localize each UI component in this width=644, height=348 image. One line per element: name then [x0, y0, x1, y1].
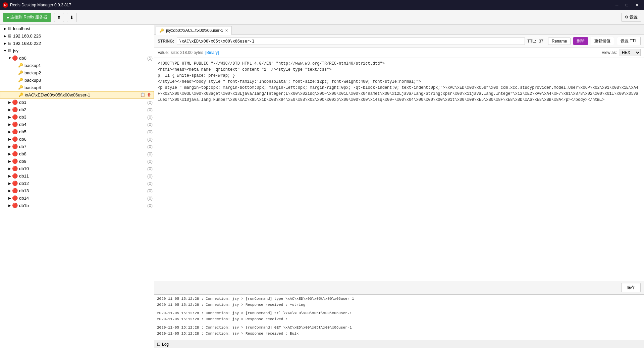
db-icon: 🔴 — [12, 173, 18, 179]
db-icon: 🔴 — [12, 99, 18, 105]
save-button[interactable]: 保存 — [621, 283, 641, 292]
import-button[interactable]: ⬆ — [54, 13, 64, 22]
key-label: backup4 — [24, 85, 153, 90]
db-icon: 🔴 — [12, 195, 18, 201]
sidebar-item-db8[interactable]: ▶🔴db8(0) — [0, 150, 154, 157]
sidebar-item-db15[interactable]: ▶🔴db15(0) — [0, 202, 154, 209]
collapse-arrow: ▶ — [3, 42, 7, 45]
key-icon: 🔑 — [18, 63, 23, 68]
view-as-label: View as: — [602, 50, 617, 55]
close-button[interactable]: ✕ — [633, 2, 641, 8]
key-label: \xAC\xED\x00\x05t\x00\x06user-1 — [25, 92, 140, 97]
set-ttl-button[interactable]: 设置 TTL — [617, 37, 641, 45]
sidebar-item-db2[interactable]: ▶🔴db2(0) — [0, 106, 154, 113]
expand-arrow: ▼ — [3, 49, 7, 53]
sidebar-item-db5[interactable]: ▶🔴db5(0) — [0, 128, 154, 135]
db-icon: 🔴 — [12, 158, 18, 164]
value-label: Value: — [158, 50, 169, 55]
connect-icon: ● — [7, 15, 9, 20]
db-label: db0 — [19, 56, 146, 61]
collapse-arrow: ▶ — [3, 34, 7, 38]
sidebar-item-db0[interactable]: ▼ 🔴 db0 (5) — [0, 54, 154, 62]
key-header: STRING: TTL: 37 Rename 删除 重载键值 设置 TTL — [154, 35, 644, 48]
sidebar-item-192-168-0-226[interactable]: ▶ 🖥 192.168.0.226 — [0, 32, 154, 40]
sidebar-item-db13[interactable]: ▶🔴db13(0) — [0, 187, 154, 194]
reload-button[interactable]: 重载键值 — [591, 37, 614, 45]
connect-redis-button[interactable]: ● 连接到 Redis 服务器 — [3, 13, 51, 22]
maximize-button[interactable]: □ — [623, 2, 631, 8]
server-label: jsy — [13, 48, 153, 53]
db-icon: 🔴 — [12, 166, 18, 171]
binary-badge: [Binary] — [205, 50, 219, 55]
sidebar-item-jsy[interactable]: ▼ 🖥 jsy — [0, 47, 154, 54]
ttl-value: 37 — [539, 39, 543, 44]
key-icon: 🔑 — [18, 85, 23, 90]
sidebar: ▶ 🖥 localhost ▶ 🖥 192.168.0.226 ▶ 🖥 192.… — [0, 25, 154, 348]
sidebar-item-db7[interactable]: ▶🔴db7(0) — [0, 143, 154, 150]
window-controls: ─ □ ✕ — [612, 2, 641, 8]
log-tab-bar: ☐ Log — [154, 340, 644, 348]
sidebar-item-db10[interactable]: ▶🔴db10(0) — [0, 165, 154, 172]
value-editor[interactable]: <!DOCTYPE HTML PUBLIC "-//W3C//DTD HTML … — [154, 58, 644, 281]
sidebar-item-db3[interactable]: ▶🔴db3(0) — [0, 113, 154, 121]
sidebar-item-db9[interactable]: ▶🔴db9(0) — [0, 157, 154, 165]
db-count: (5) — [147, 56, 153, 61]
save-bar: 保存 — [154, 281, 644, 294]
tab-key-icon: 🔑 — [159, 28, 164, 33]
sidebar-item-selected-key[interactable]: 🔑 \xAC\xED\x00\x05t\x00\x06user-1 📋 🗑 — [0, 91, 154, 98]
server-icon: 🖥 — [7, 41, 12, 46]
sidebar-item-localhost[interactable]: ▶ 🖥 localhost — [0, 25, 154, 32]
tab-key[interactable]: 🔑 jsy::db0::\xAC\...t\x00\x06user-1 ✕ — [156, 26, 232, 35]
rename-button[interactable]: Rename — [548, 38, 571, 45]
db-icon: 🔴 — [12, 136, 18, 142]
sidebar-item-backup2[interactable]: 🔑 backup2 — [0, 69, 154, 76]
main-layout: ▶ 🖥 localhost ▶ 🖥 192.168.0.226 ▶ 🖥 192.… — [0, 25, 644, 348]
key-icon: 🔑 — [18, 78, 23, 82]
sidebar-item-db14[interactable]: ▶🔴db14(0) — [0, 194, 154, 202]
log-tab[interactable]: ☐ Log — [157, 342, 169, 347]
sidebar-item-backup3[interactable]: 🔑 backup3 — [0, 76, 154, 84]
toolbar: ● 连接到 Redis 服务器 ⬆ ⬇ ⚙ 设置 — [0, 10, 644, 25]
key-icon: 🔑 — [18, 92, 23, 97]
minimize-button[interactable]: ─ — [612, 2, 621, 8]
db-icon: 🔴 — [12, 114, 18, 120]
settings-button[interactable]: ⚙ 设置 — [621, 13, 641, 22]
sidebar-item-db12[interactable]: ▶🔴db12(0) — [0, 180, 154, 187]
delete-button[interactable]: 删除 — [573, 37, 588, 45]
export-button[interactable]: ⬇ — [67, 13, 77, 22]
key-label: backup1 — [24, 63, 153, 68]
tab-label: jsy::db0::\xAC\...t\x00\x06user-1 — [166, 28, 223, 33]
server-icon: 🖥 — [7, 33, 12, 39]
collapse-arrow: ▶ — [3, 27, 7, 30]
app-icon: R — [3, 2, 8, 8]
sidebar-item-backup4[interactable]: 🔑 backup4 — [0, 84, 154, 91]
log-checkbox-icon: ☐ — [157, 342, 161, 347]
sidebar-item-db6[interactable]: ▶🔴db6(0) — [0, 135, 154, 143]
key-icon: 🔑 — [18, 70, 23, 75]
delete-key-button[interactable]: 🗑 — [146, 92, 152, 98]
server-icon: 🖥 — [7, 26, 12, 31]
view-as-select[interactable]: HEX ASCII Binary UTF-8 — [619, 49, 641, 56]
db-icon: 🔴 — [12, 122, 18, 127]
content-area: <!DOCTYPE HTML PUBLIC "-//W3C//DTD HTML … — [154, 58, 644, 348]
db-icon: 🔴 — [12, 129, 18, 134]
server-label: 192.168.0.226 — [13, 33, 153, 39]
sidebar-item-192-168-0-222[interactable]: ▶ 🖥 192.168.0.222 — [0, 40, 154, 47]
key-type-label: STRING: — [158, 39, 174, 44]
value-bar: Value: size: 218.00 bytes [Binary] View … — [154, 48, 644, 58]
db-icon: 🔴 — [12, 55, 18, 61]
sidebar-item-db4[interactable]: ▶🔴db4(0) — [0, 121, 154, 128]
log-content: 2020-11-05 15:12:28 : Connection: jsy > … — [154, 295, 644, 340]
key-actions: 📋 🗑 — [140, 92, 152, 98]
sidebar-item-backup1[interactable]: 🔑 backup1 — [0, 62, 154, 69]
sidebar-item-db1[interactable]: ▶🔴db1(0) — [0, 98, 154, 106]
server-label: localhost — [13, 26, 153, 31]
key-name-input[interactable] — [177, 38, 525, 45]
sidebar-item-db11[interactable]: ▶🔴db11(0) — [0, 172, 154, 180]
copy-key-button[interactable]: 📋 — [140, 92, 146, 98]
right-panel: 🔑 jsy::db0::\xAC\...t\x00\x06user-1 ✕ ST… — [154, 25, 644, 348]
db-icon: 🔴 — [12, 151, 18, 156]
key-label: backup2 — [24, 70, 153, 75]
tab-close-button[interactable]: ✕ — [225, 28, 228, 33]
titlebar: R Redis Desktop Manager 0.9.3.817 ─ □ ✕ — [0, 0, 644, 10]
